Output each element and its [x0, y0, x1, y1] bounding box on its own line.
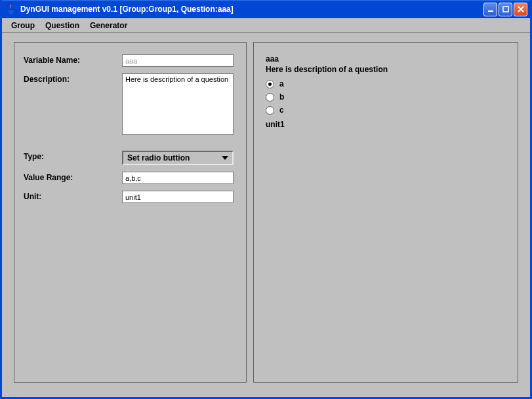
- radio-label: b: [279, 92, 284, 102]
- maximize-button[interactable]: [499, 3, 512, 16]
- preview-description: Here is description of a question: [266, 65, 506, 74]
- window-title: DynGUI management v0.1 [Group:Group1, Qu…: [20, 5, 483, 14]
- titlebar: DynGUI management v0.1 [Group:Group1, Qu…: [2, 0, 530, 18]
- value-range-input[interactable]: [122, 172, 234, 184]
- radio-icon: [266, 93, 274, 102]
- radio-option-a[interactable]: a: [266, 79, 506, 88]
- type-label: Type:: [24, 151, 122, 161]
- preview-unit: unit1: [266, 120, 506, 129]
- svg-rect-0: [488, 10, 493, 12]
- preview-panel: aaa Here is description of a question a …: [253, 42, 518, 383]
- unit-label: Unit:: [24, 191, 122, 201]
- chevron-down-icon: [222, 156, 228, 160]
- minimize-button[interactable]: [483, 3, 497, 16]
- description-label: Description:: [24, 73, 122, 84]
- radio-option-b[interactable]: b: [266, 92, 506, 102]
- description-row: Description:: [24, 73, 237, 135]
- radio-option-c[interactable]: c: [266, 105, 506, 115]
- menu-generator[interactable]: Generator: [85, 20, 133, 31]
- close-button[interactable]: [514, 3, 527, 16]
- variable-name-label: Variable Name:: [24, 54, 122, 65]
- menubar: Group Question Generator: [2, 18, 530, 33]
- description-textarea[interactable]: [122, 73, 234, 135]
- unit-row: Unit:: [24, 191, 237, 203]
- window-controls: [483, 3, 527, 16]
- content-area: Variable Name: Description: Type: Set ra…: [2, 33, 530, 397]
- radio-icon: [266, 80, 274, 88]
- radio-icon: [266, 106, 274, 115]
- app-window: DynGUI management v0.1 [Group:Group1, Qu…: [0, 0, 532, 399]
- java-icon: [6, 4, 16, 14]
- variable-name-row: Variable Name:: [24, 54, 237, 67]
- type-combobox[interactable]: Set radio buttion: [122, 151, 234, 165]
- menu-group[interactable]: Group: [6, 20, 40, 31]
- form-panel: Variable Name: Description: Type: Set ra…: [14, 42, 247, 383]
- value-range-label: Value Range:: [24, 172, 122, 182]
- unit-input[interactable]: [122, 191, 234, 203]
- variable-name-input[interactable]: [122, 54, 234, 67]
- svg-rect-1: [503, 7, 508, 12]
- value-range-row: Value Range:: [24, 172, 237, 184]
- type-selected-value: Set radio buttion: [127, 153, 190, 162]
- radio-label: a: [279, 79, 284, 88]
- type-row: Type: Set radio buttion: [24, 151, 237, 165]
- menu-question[interactable]: Question: [40, 20, 85, 31]
- preview-title: aaa: [266, 54, 506, 64]
- radio-label: c: [279, 105, 284, 115]
